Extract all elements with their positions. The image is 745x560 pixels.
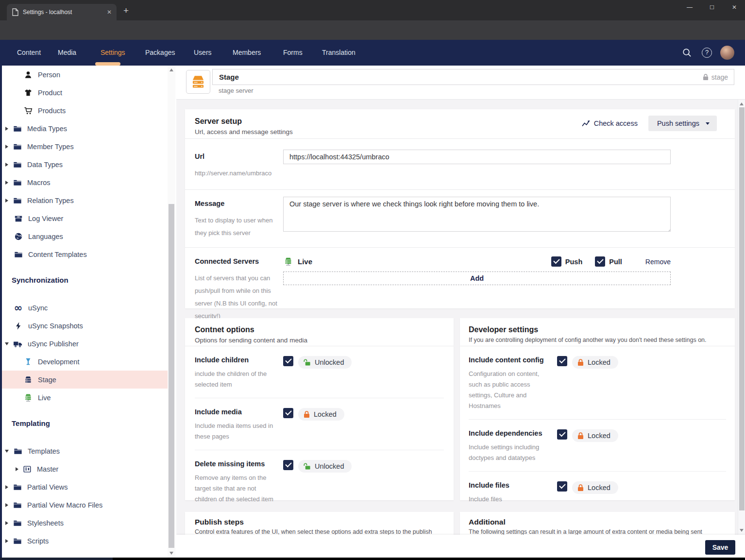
window-minimize-button[interactable]: —: [680, 0, 699, 15]
chevron-right-icon[interactable]: [5, 199, 8, 203]
server-setup-head: Server setup Url, access and message set…: [185, 109, 735, 138]
nav-members[interactable]: Members: [233, 40, 261, 66]
browser-toolbar: ← → https://localhost:44398/umbraco#/set…: [0, 20, 745, 40]
delete-missing-items-checkbox[interactable]: [283, 460, 293, 470]
user-avatar[interactable]: [720, 46, 734, 60]
lock-icon: [577, 484, 584, 492]
lock-state-pill[interactable]: Locked: [572, 481, 618, 494]
sidebar-item-product[interactable]: Product: [0, 84, 168, 102]
sidebar-item-stage[interactable]: Stage: [0, 371, 168, 389]
include-dependencies-checkbox[interactable]: [557, 429, 567, 440]
nav-users[interactable]: Users: [194, 40, 212, 66]
chevron-right-icon[interactable]: [5, 503, 8, 507]
include-children-checkbox[interactable]: [283, 356, 293, 366]
server-live-icon: [283, 257, 293, 266]
lock-state-pill[interactable]: Locked: [572, 356, 618, 369]
content-header: Stage stage stage server: [176, 66, 745, 100]
sidebar-item-data-types[interactable]: Data Types: [0, 155, 168, 173]
push-settings-dropdown[interactable]: Push settings: [648, 116, 717, 131]
alias-text: stage: [711, 73, 728, 81]
include-content-config-checkbox[interactable]: [557, 356, 567, 366]
sidebar-item-member-types[interactable]: Member Types: [0, 137, 168, 155]
check-access-button[interactable]: Check access: [582, 119, 638, 127]
sidebar-item-usync-publisher[interactable]: uSync Publisher: [0, 335, 168, 353]
nav-content[interactable]: Content: [17, 40, 41, 66]
sidebar-item-label: Products: [38, 107, 66, 115]
push-checkbox[interactable]: [551, 256, 561, 267]
sidebar-item-usync[interactable]: ∞ uSync: [0, 299, 168, 317]
nav-translation[interactable]: Translation: [322, 40, 356, 66]
folder-icon: [12, 160, 22, 169]
tab-close-icon[interactable]: ✕: [107, 9, 112, 16]
sidebar-item-log-viewer[interactable]: Log Viewer: [0, 209, 168, 227]
lock-state-pill[interactable]: Unlocked: [298, 356, 352, 369]
window-maximize-button[interactable]: ☐: [703, 0, 721, 15]
scroll-up-icon[interactable]: [740, 102, 744, 105]
include-files-checkbox[interactable]: [557, 481, 567, 492]
sidebar-item-templates[interactable]: Templates: [0, 442, 168, 460]
new-tab-button[interactable]: +: [123, 5, 129, 16]
chevron-right-icon[interactable]: [5, 521, 8, 525]
settings-tree-sidebar: Person Product Products Media Types Memb…: [0, 66, 176, 558]
include-media-checkbox[interactable]: [283, 408, 293, 418]
remove-link[interactable]: Remove: [645, 258, 671, 266]
sidebar-scrollbar[interactable]: [168, 66, 175, 558]
chevron-right-icon[interactable]: [5, 539, 8, 543]
glass-icon: [23, 357, 33, 366]
stage-server-icon[interactable]: [186, 70, 210, 94]
sidebar-item-person[interactable]: Person: [0, 66, 168, 84]
chevron-right-icon[interactable]: [5, 181, 8, 185]
lock-state-pill[interactable]: Locked: [298, 408, 344, 421]
sidebar-item-development[interactable]: Development: [0, 353, 168, 371]
sidebar-item-live[interactable]: Live: [0, 389, 168, 407]
save-button[interactable]: Save: [705, 540, 735, 555]
folder-icon: [12, 501, 22, 509]
help-icon[interactable]: ?: [702, 48, 712, 58]
url-help: http://server.name/umbraco: [195, 167, 277, 180]
chevron-right-icon[interactable]: [16, 467, 18, 471]
chevron-right-icon[interactable]: [5, 485, 8, 489]
sidebar-item-partial-view-macro-files[interactable]: Partial View Macro Files: [0, 496, 168, 514]
sidebar-item-stylesheets[interactable]: Stylesheets: [0, 514, 168, 532]
sidebar-item-languages[interactable]: Languages: [0, 227, 168, 245]
name-field[interactable]: Stage stage: [212, 69, 734, 85]
sidebar-item-usync-snapshots[interactable]: uSync Snapshots: [0, 317, 168, 335]
chevron-right-icon[interactable]: [5, 145, 8, 149]
sidebar-item-partial-views[interactable]: Partial Views: [0, 478, 168, 496]
sidebar-item-content-templates[interactable]: Content Templates: [0, 245, 168, 263]
window-close-button[interactable]: ✕: [725, 0, 744, 15]
sidebar-item-label: Live: [38, 394, 51, 402]
nav-packages[interactable]: Packages: [145, 40, 175, 66]
unlock-icon: [304, 463, 311, 470]
chevron-right-icon[interactable]: [5, 163, 8, 167]
lock-state-pill[interactable]: Unlocked: [298, 460, 352, 473]
tree: Person Product Products Media Types Memb…: [0, 66, 168, 550]
add-server-button[interactable]: Add: [283, 272, 671, 285]
sidebar-item-macros[interactable]: Macros: [0, 173, 168, 191]
sidebar-item-relation-types[interactable]: Relation Types: [0, 191, 168, 209]
sidebar-item-scripts[interactable]: Scripts: [0, 532, 168, 550]
url-label: Url: [195, 153, 283, 160]
scroll-down-icon[interactable]: [169, 552, 173, 555]
content-scrollbar[interactable]: [738, 100, 745, 535]
url-input[interactable]: [283, 150, 671, 164]
lock-state-pill[interactable]: Locked: [572, 429, 618, 442]
message-textarea[interactable]: Our stage server is where we check thing…: [283, 197, 671, 232]
sidebar-scrollbar-thumb[interactable]: [169, 204, 174, 548]
chevron-down-icon[interactable]: [5, 450, 9, 453]
browser-tab[interactable]: Settings - localhost ✕: [7, 4, 117, 20]
content-scrollbar-thumb[interactable]: [739, 107, 745, 510]
nav-forms[interactable]: Forms: [283, 40, 303, 66]
sidebar-item-products[interactable]: Products: [0, 102, 168, 119]
search-icon[interactable]: [682, 48, 692, 60]
card-title: Publish steps: [195, 518, 444, 526]
sidebar-item-label: uSync: [28, 304, 48, 312]
nav-media[interactable]: Media: [58, 40, 76, 66]
scroll-down-icon[interactable]: [740, 529, 744, 532]
pull-checkbox[interactable]: [595, 256, 605, 267]
sidebar-item-master[interactable]: Master: [0, 460, 168, 478]
chevron-right-icon[interactable]: [5, 127, 8, 131]
sidebar-item-media-types[interactable]: Media Types: [0, 119, 168, 137]
scroll-up-icon[interactable]: [169, 68, 173, 71]
chevron-down-icon[interactable]: [5, 342, 9, 345]
